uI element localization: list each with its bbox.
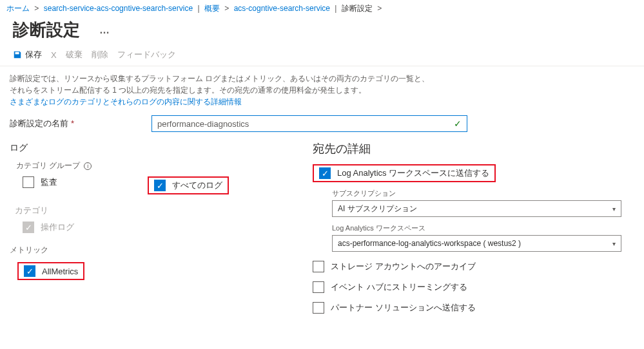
chevron-down-icon: ▾	[612, 205, 616, 212]
save-icon	[13, 50, 22, 59]
learn-more-link[interactable]: さまざまなログのカテゴリとそれらのログの内容に関する詳細情報	[10, 97, 242, 106]
workspace-select[interactable]: acs-performance-log-analytics-workspace …	[332, 235, 621, 252]
category-groups-label: カテゴリ グループ i	[16, 160, 287, 171]
destination-heading: 宛先の詳細	[313, 141, 634, 156]
breadcrumb: ホーム > search-service-acs-cogntive-search…	[0, 0, 644, 16]
operation-log-checkbox	[23, 222, 34, 233]
send-partner-label: パートナー ソリューションへ送信する	[331, 302, 476, 314]
send-partner-checkbox[interactable]	[313, 302, 324, 314]
diag-name-label: 診断設定の名前*	[10, 118, 139, 129]
breadcrumb-overview[interactable]: 概要	[204, 4, 220, 13]
audit-checkbox[interactable]	[23, 176, 34, 188]
all-logs-highlight: すべてのログ	[148, 176, 229, 194]
stream-eventhub-checkbox[interactable]	[313, 281, 324, 293]
breadcrumb-service[interactable]: search-service-acs-cogntive-search-servi…	[44, 4, 193, 13]
diag-name-input[interactable]: performance-diagnostics ✓	[151, 115, 467, 132]
info-icon[interactable]: i	[84, 162, 92, 170]
workspace-label: Log Analytics ワークスペース	[332, 223, 634, 233]
category-label: カテゴリ	[15, 205, 287, 216]
chevron-down-icon: ▾	[612, 240, 616, 247]
diag-name-row: 診断設定の名前* performance-diagnostics ✓	[0, 111, 644, 136]
logs-heading: ログ	[10, 142, 287, 154]
audit-label: 監査	[41, 176, 57, 188]
metrics-heading: メトリック	[10, 245, 287, 256]
breadcrumb-current: 診断設定	[342, 4, 373, 13]
help-text: 診断設定では、リソースから収集するプラットフォーム ログまたはメトリック、あるい…	[0, 66, 644, 111]
send-to-la-label: Log Analytics ワークスペースに送信する	[337, 167, 489, 179]
all-logs-label: すべてのログ	[172, 180, 222, 191]
feedback-button[interactable]: フィードバック	[117, 49, 176, 61]
stream-eventhub-label: イベント ハブにストリーミングする	[331, 281, 467, 293]
breadcrumb-sep: >	[32, 4, 41, 13]
send-to-la-checkbox[interactable]	[319, 167, 331, 179]
more-menu-icon[interactable]: …	[99, 24, 111, 36]
close-button[interactable]: X	[51, 50, 57, 60]
subscription-label: サブスクリプション	[332, 189, 634, 198]
page-title-bar: 診断設定 …	[0, 16, 644, 45]
page-title: 診断設定	[13, 19, 80, 41]
valid-check-icon: ✓	[454, 118, 462, 129]
all-metrics-label: AllMetrics	[42, 267, 78, 276]
subscription-select[interactable]: AI サブスクリプション ▾	[332, 200, 621, 217]
archive-storage-label: ストレージ アカウントへのアーカイブ	[331, 261, 476, 272]
toolbar: 保存 X 破棄 削除 フィードバック	[0, 45, 644, 66]
all-metrics-highlight: AllMetrics	[17, 262, 84, 280]
all-logs-checkbox[interactable]	[154, 180, 166, 191]
send-la-highlight: Log Analytics ワークスペースに送信する	[313, 164, 496, 182]
discard-button[interactable]: 破棄	[66, 49, 83, 61]
archive-storage-checkbox[interactable]	[313, 261, 324, 272]
breadcrumb-service2[interactable]: acs-cogntive-search-service	[234, 4, 330, 13]
delete-button[interactable]: 削除	[92, 49, 108, 61]
all-metrics-checkbox[interactable]	[24, 265, 35, 277]
breadcrumb-home[interactable]: ホーム	[6, 4, 30, 13]
operation-log-label: 操作ログ	[41, 222, 74, 233]
save-button[interactable]: 保存	[13, 49, 42, 61]
